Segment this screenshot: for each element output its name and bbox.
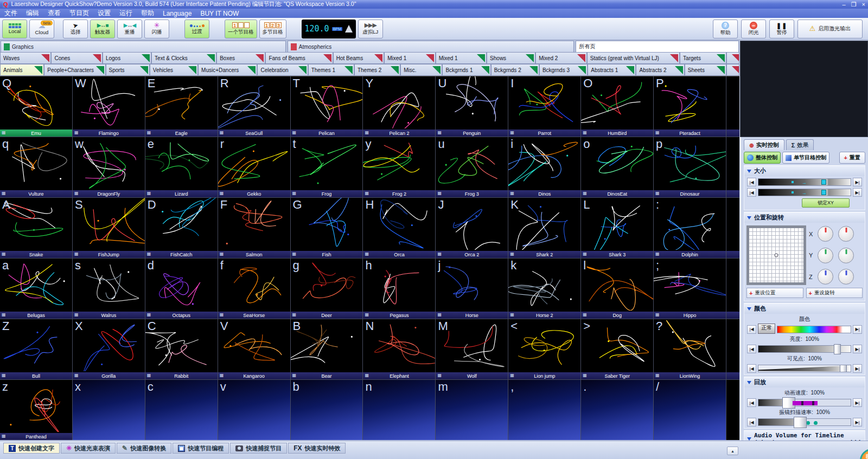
x-position-knob[interactable]: [818, 226, 833, 242]
y-position-knob[interactable]: [818, 248, 833, 263]
grid-cell-fish[interactable]: G▦Fish: [291, 198, 363, 258]
grid-cell-dragonfly[interactable]: w▦DragonFly: [73, 137, 145, 197]
grid-cell-horse-2[interactable]: k▦Horse 2: [508, 258, 580, 319]
grid-cell-bull[interactable]: Z▦Bull: [0, 319, 72, 379]
grid-cell-dinos[interactable]: i▦Dinos: [508, 137, 580, 197]
category-tab-vehicles[interactable]: Vehicles: [150, 64, 198, 76]
grid-cell-emu[interactable]: Q▦Emu: [0, 76, 72, 137]
quick-tab-item-5[interactable]: FX快速实时特效: [288, 443, 346, 454]
grid-cell-gorilla[interactable]: X▦Gorilla: [73, 319, 145, 379]
grid-cell-pteradact[interactable]: P▦Pteradact: [654, 76, 726, 137]
lock-xy-button[interactable]: 锁定XY: [802, 198, 850, 208]
transition-button[interactable]: 过渡: [184, 20, 209, 38]
scan-rate-slider[interactable]: |◀ ▶|: [747, 418, 862, 426]
grid-cell-dolphin[interactable]: :▦Dolphin: [654, 198, 726, 258]
slider-min-button[interactable]: |◀: [747, 345, 756, 353]
slider-min-button[interactable]: |◀: [747, 188, 756, 197]
local-button[interactable]: Local: [2, 20, 27, 38]
category-tab-text-clocks[interactable]: Text & Clocks: [151, 52, 216, 64]
grid-cell-seagull[interactable]: R▦SeaGull: [218, 76, 290, 137]
grid-cell-hippo[interactable]: ;▦Hippo: [654, 258, 726, 319]
category-tab-themes-1[interactable]: Themes 1: [308, 64, 354, 76]
slider-min-button[interactable]: |◀: [747, 178, 756, 186]
slider-handle[interactable]: [782, 397, 795, 409]
slider-min-button[interactable]: |◀: [747, 418, 756, 426]
grid-cell-salmon[interactable]: F▦Salmon: [218, 198, 290, 258]
color-section-header[interactable]: 颜色: [744, 303, 865, 314]
slider-min-button[interactable]: |◀: [747, 398, 756, 407]
reset-rotation-button[interactable]: + 重设旋转: [806, 288, 863, 298]
menu-item-item-1[interactable]: 编辑: [22, 9, 43, 18]
category-tab-people-characters[interactable]: People+Characters: [44, 64, 105, 76]
blackout-button[interactable]: – 闭光: [741, 20, 766, 38]
slider-max-button[interactable]: ▶|: [853, 178, 862, 186]
menu-item-buy-it-now[interactable]: BUY IT NOW: [196, 9, 243, 18]
grid-cell-pelican[interactable]: T▦Pelican: [291, 76, 363, 137]
menu-item-language[interactable]: Language: [158, 9, 196, 18]
grid-cell-kangaroo[interactable]: V▦Kangaroo: [218, 319, 290, 379]
one-cue-button[interactable]: 1.. 一个节目格: [225, 20, 257, 38]
slider-max-button[interactable]: ▶|: [853, 325, 862, 334]
flash-button[interactable]: ✳ 闪播: [144, 20, 169, 38]
category-tab-music-dancers[interactable]: Music+Dancers: [198, 64, 257, 76]
grid-cell-empty-item-8[interactable]: .: [581, 380, 653, 440]
quick-tab-item-3[interactable]: ▦快速节目编程: [173, 443, 229, 454]
grid-cell-frog-3[interactable]: u▦Frog 3: [436, 137, 508, 197]
grid-cell-lizard[interactable]: e▦Lizard: [145, 137, 218, 197]
category-tab-sports[interactable]: Sports: [106, 64, 150, 76]
category-tab-mixed-1[interactable]: Mixed 1: [384, 52, 435, 64]
virtual-lj-button[interactable]: ▶▶▶ 虚拟LJ: [358, 20, 383, 38]
page-tab-atmospherics[interactable]: Atmospherics: [288, 41, 575, 52]
category-tab-misc[interactable]: Misc.: [400, 64, 442, 76]
grid-cell-orca[interactable]: H▦Orca: [363, 198, 435, 258]
grid-cell-snake[interactable]: A▦Snake: [0, 198, 72, 258]
menu-item-item-2[interactable]: 查看: [43, 9, 65, 18]
category-tab-cones[interactable]: Cones: [51, 52, 102, 64]
grid-cell-seahorse[interactable]: f▦SeaHorse: [218, 258, 290, 319]
slider-handle[interactable]: [821, 190, 826, 195]
tab-live-control[interactable]: ⊕ 实时控制: [744, 139, 784, 150]
playback-section-header[interactable]: 回放: [744, 377, 865, 387]
grid-cell-gekko[interactable]: r▦Gekko: [218, 137, 290, 197]
category-tab-hot-beams[interactable]: Hot Beams: [333, 52, 384, 64]
category-tab-bckgrnds-3[interactable]: Bckgrnds 3: [539, 64, 588, 76]
category-tab-mixed-2[interactable]: Mixed 2: [535, 52, 586, 64]
grid-cell-bear[interactable]: B▦Bear: [291, 319, 363, 379]
category-tab-shows[interactable]: Shows: [487, 52, 535, 64]
grid-cell-fishjump[interactable]: S▦FishJump: [73, 198, 145, 258]
grid-cell-fishcatch[interactable]: D▦FishCatch: [145, 198, 218, 258]
menu-item-item-3[interactable]: 节目页: [65, 9, 93, 18]
grid-cell-dinosaur[interactable]: p▦Dinosaur: [654, 137, 726, 197]
grid-cell-lionwing[interactable]: ?▦LionWing: [654, 319, 726, 379]
cloud-button[interactable]: beta ☁ Cloud: [29, 20, 54, 38]
slider-min-button[interactable]: |◀: [747, 325, 756, 334]
grid-cell-frog[interactable]: t▦Frog: [291, 137, 363, 197]
quick-tab-item-0[interactable]: T快速创建文字: [3, 443, 60, 454]
slider-max-button[interactable]: ▶|: [853, 188, 862, 197]
grid-cell-rabbit[interactable]: C▦Rabbit: [145, 319, 218, 379]
grid-cell-eagle[interactable]: E▦Eagle: [145, 76, 218, 137]
menu-item-item-6[interactable]: 帮助: [137, 9, 158, 18]
pause-button[interactable]: ❚❚ 暂停: [769, 20, 794, 38]
position-marker[interactable]: [775, 254, 778, 257]
slider-max-button[interactable]: ▶|: [853, 364, 862, 373]
close-button[interactable]: ×: [862, 1, 865, 8]
size-y-slider[interactable]: |◀ → ▶|: [747, 188, 862, 197]
animation-speed-slider[interactable]: |◀ ▶|: [747, 398, 862, 407]
slider-min-button[interactable]: |◀: [747, 364, 756, 373]
slider-handle[interactable]: [821, 179, 826, 185]
grid-cell-vulture[interactable]: q▦Vulture: [0, 137, 72, 197]
toggle-button[interactable]: ▶↔■ 触发器: [90, 20, 115, 38]
color-gradient-track[interactable]: [777, 326, 851, 333]
visible-points-slider[interactable]: |◀ ▶|: [747, 364, 862, 373]
category-tab-boxes[interactable]: Boxes: [216, 52, 265, 64]
slider-max-button[interactable]: ▶|: [853, 418, 862, 426]
slider-handle[interactable]: [794, 417, 807, 428]
quick-tab-item-4[interactable]: 快速捕捉节目: [230, 443, 287, 454]
x-rotation-knob[interactable]: [838, 226, 854, 242]
select-button[interactable]: ➤ 选择: [63, 20, 88, 38]
slider-max-button[interactable]: ▶|: [853, 345, 862, 353]
category-tab-fans-of-beams[interactable]: Fans of Beams: [265, 52, 333, 64]
menu-item-item-0[interactable]: 文件: [0, 9, 22, 18]
reset-button[interactable]: + 重置: [839, 152, 865, 164]
